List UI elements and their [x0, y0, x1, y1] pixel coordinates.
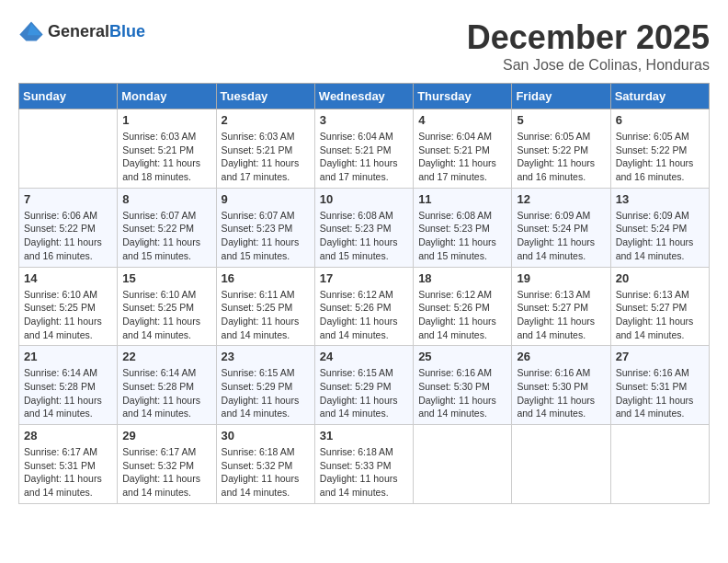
day-number: 17 — [320, 271, 408, 285]
calendar-cell: 7Sunrise: 6:06 AMSunset: 5:22 PMDaylight… — [19, 188, 118, 267]
day-of-week-header: Friday — [512, 84, 610, 109]
day-number: 2 — [222, 113, 310, 127]
day-number: 13 — [616, 192, 704, 206]
title-block: December 2025 San Jose de Colinas, Hondu… — [467, 18, 710, 74]
day-info: Sunrise: 6:16 AMSunset: 5:30 PMDaylight:… — [418, 366, 506, 420]
day-number: 22 — [122, 350, 210, 363]
day-number: 6 — [616, 113, 704, 127]
calendar-cell: 19Sunrise: 6:13 AMSunset: 5:27 PMDayligh… — [512, 267, 610, 346]
calendar-header-row: SundayMondayTuesdayWednesdayThursdayFrid… — [19, 84, 710, 109]
calendar-cell: 1Sunrise: 6:03 AMSunset: 5:21 PMDaylight… — [118, 109, 216, 189]
calendar-week-row: 1Sunrise: 6:03 AMSunset: 5:21 PMDaylight… — [19, 109, 710, 189]
day-info: Sunrise: 6:03 AMSunset: 5:21 PMDaylight:… — [122, 130, 210, 184]
calendar-cell: 2Sunrise: 6:03 AMSunset: 5:21 PMDaylight… — [216, 109, 314, 189]
calendar-cell: 27Sunrise: 6:16 AMSunset: 5:31 PMDayligh… — [610, 346, 709, 425]
day-number: 1 — [122, 113, 210, 127]
day-info: Sunrise: 6:09 AMSunset: 5:24 PMDaylight:… — [517, 209, 605, 263]
calendar-week-row: 7Sunrise: 6:06 AMSunset: 5:22 PMDaylight… — [19, 188, 710, 267]
day-info: Sunrise: 6:13 AMSunset: 5:27 PMDaylight:… — [517, 288, 605, 342]
calendar-cell: 4Sunrise: 6:04 AMSunset: 5:21 PMDaylight… — [414, 109, 512, 189]
day-number: 10 — [320, 192, 408, 206]
day-info: Sunrise: 6:06 AMSunset: 5:22 PMDaylight:… — [24, 209, 112, 263]
calendar-cell: 26Sunrise: 6:16 AMSunset: 5:30 PMDayligh… — [512, 346, 610, 425]
day-number: 5 — [517, 113, 605, 127]
day-of-week-header: Sunday — [19, 84, 118, 109]
day-info: Sunrise: 6:14 AMSunset: 5:28 PMDaylight:… — [24, 366, 112, 420]
day-info: Sunrise: 6:10 AMSunset: 5:25 PMDaylight:… — [122, 288, 210, 342]
day-of-week-header: Tuesday — [216, 84, 314, 109]
calendar-cell: 13Sunrise: 6:09 AMSunset: 5:24 PMDayligh… — [610, 188, 709, 267]
day-number: 3 — [320, 113, 408, 127]
day-number: 12 — [517, 192, 605, 206]
day-number: 25 — [418, 350, 506, 363]
calendar-cell — [610, 425, 709, 504]
day-info: Sunrise: 6:07 AMSunset: 5:23 PMDaylight:… — [222, 209, 310, 263]
day-number: 7 — [24, 192, 112, 206]
day-number: 9 — [222, 192, 310, 206]
location-title: San Jose de Colinas, Honduras — [467, 57, 710, 74]
day-info: Sunrise: 6:11 AMSunset: 5:25 PMDaylight:… — [222, 288, 310, 342]
calendar-cell: 23Sunrise: 6:15 AMSunset: 5:29 PMDayligh… — [216, 346, 314, 425]
calendar-cell: 15Sunrise: 6:10 AMSunset: 5:25 PMDayligh… — [118, 267, 216, 346]
calendar-cell: 8Sunrise: 6:07 AMSunset: 5:22 PMDaylight… — [118, 188, 216, 267]
day-info: Sunrise: 6:15 AMSunset: 5:29 PMDaylight:… — [320, 366, 408, 420]
calendar-cell: 9Sunrise: 6:07 AMSunset: 5:23 PMDaylight… — [216, 188, 314, 267]
calendar-cell: 28Sunrise: 6:17 AMSunset: 5:31 PMDayligh… — [19, 425, 118, 504]
day-number: 18 — [418, 271, 506, 285]
calendar-table: SundayMondayTuesdayWednesdayThursdayFrid… — [18, 83, 710, 504]
calendar-week-row: 21Sunrise: 6:14 AMSunset: 5:28 PMDayligh… — [19, 346, 710, 425]
day-number: 30 — [222, 429, 310, 442]
calendar-cell: 11Sunrise: 6:08 AMSunset: 5:23 PMDayligh… — [414, 188, 512, 267]
calendar-cell: 3Sunrise: 6:04 AMSunset: 5:21 PMDaylight… — [314, 109, 413, 189]
month-title: December 2025 — [467, 18, 710, 57]
calendar-cell: 22Sunrise: 6:14 AMSunset: 5:28 PMDayligh… — [118, 346, 216, 425]
day-info: Sunrise: 6:18 AMSunset: 5:32 PMDaylight:… — [222, 445, 310, 500]
calendar-week-row: 28Sunrise: 6:17 AMSunset: 5:31 PMDayligh… — [19, 425, 710, 504]
logo-general: General — [48, 22, 109, 40]
day-of-week-header: Thursday — [414, 84, 512, 109]
day-info: Sunrise: 6:17 AMSunset: 5:31 PMDaylight:… — [24, 445, 112, 500]
day-number: 24 — [320, 350, 408, 363]
day-number: 21 — [24, 350, 112, 363]
calendar-cell: 6Sunrise: 6:05 AMSunset: 5:22 PMDaylight… — [610, 109, 709, 189]
day-of-week-header: Wednesday — [314, 84, 413, 109]
day-info: Sunrise: 6:03 AMSunset: 5:21 PMDaylight:… — [222, 130, 310, 184]
day-info: Sunrise: 6:04 AMSunset: 5:21 PMDaylight:… — [320, 130, 408, 184]
calendar-cell: 16Sunrise: 6:11 AMSunset: 5:25 PMDayligh… — [216, 267, 314, 346]
calendar-cell: 5Sunrise: 6:05 AMSunset: 5:22 PMDaylight… — [512, 109, 610, 189]
calendar-cell — [19, 109, 118, 189]
day-number: 16 — [222, 271, 310, 285]
day-info: Sunrise: 6:07 AMSunset: 5:22 PMDaylight:… — [122, 209, 210, 263]
day-info: Sunrise: 6:13 AMSunset: 5:27 PMDaylight:… — [616, 288, 704, 342]
day-info: Sunrise: 6:05 AMSunset: 5:22 PMDaylight:… — [616, 130, 704, 184]
day-number: 14 — [24, 271, 112, 285]
day-number: 31 — [320, 429, 408, 442]
day-info: Sunrise: 6:08 AMSunset: 5:23 PMDaylight:… — [418, 209, 506, 263]
day-info: Sunrise: 6:08 AMSunset: 5:23 PMDaylight:… — [320, 209, 408, 263]
calendar-week-row: 14Sunrise: 6:10 AMSunset: 5:25 PMDayligh… — [19, 267, 710, 346]
day-of-week-header: Monday — [118, 84, 216, 109]
calendar-cell: 17Sunrise: 6:12 AMSunset: 5:26 PMDayligh… — [314, 267, 413, 346]
day-number: 8 — [122, 192, 210, 206]
calendar-cell: 20Sunrise: 6:13 AMSunset: 5:27 PMDayligh… — [610, 267, 709, 346]
day-info: Sunrise: 6:04 AMSunset: 5:21 PMDaylight:… — [418, 130, 506, 184]
calendar-cell: 31Sunrise: 6:18 AMSunset: 5:33 PMDayligh… — [314, 425, 413, 504]
calendar-cell — [512, 425, 610, 504]
day-info: Sunrise: 6:15 AMSunset: 5:29 PMDaylight:… — [222, 366, 310, 420]
day-number: 27 — [616, 350, 704, 363]
calendar-cell: 24Sunrise: 6:15 AMSunset: 5:29 PMDayligh… — [314, 346, 413, 425]
day-info: Sunrise: 6:12 AMSunset: 5:26 PMDaylight:… — [418, 288, 506, 342]
calendar-cell: 29Sunrise: 6:17 AMSunset: 5:32 PMDayligh… — [118, 425, 216, 504]
day-number: 29 — [122, 429, 210, 442]
day-number: 4 — [418, 113, 506, 127]
logo-blue: Blue — [109, 22, 145, 40]
day-info: Sunrise: 6:16 AMSunset: 5:30 PMDaylight:… — [517, 366, 605, 420]
day-number: 20 — [616, 271, 704, 285]
day-info: Sunrise: 6:14 AMSunset: 5:28 PMDaylight:… — [122, 366, 210, 420]
day-number: 19 — [517, 271, 605, 285]
day-number: 11 — [418, 192, 506, 206]
day-info: Sunrise: 6:16 AMSunset: 5:31 PMDaylight:… — [616, 366, 704, 420]
page-header: GeneralBlue December 2025 San Jose de Co… — [18, 18, 710, 74]
day-info: Sunrise: 6:18 AMSunset: 5:33 PMDaylight:… — [320, 445, 408, 500]
calendar-cell: 12Sunrise: 6:09 AMSunset: 5:24 PMDayligh… — [512, 188, 610, 267]
